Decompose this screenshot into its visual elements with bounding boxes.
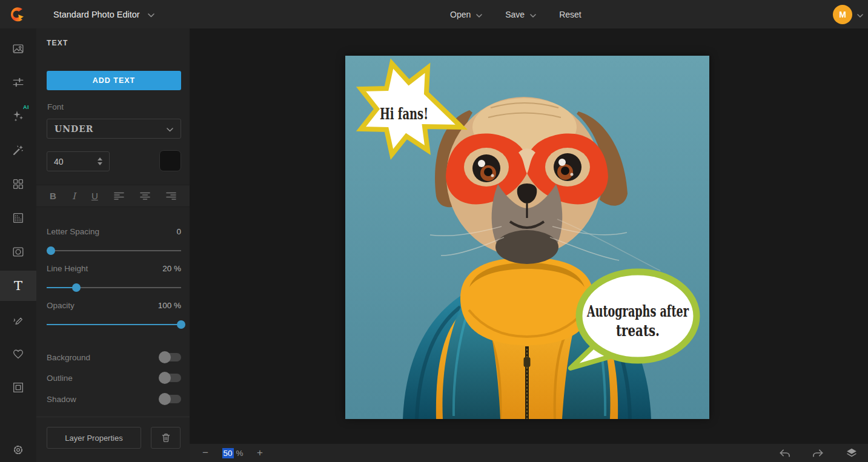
opacity-value: 100 % (158, 301, 181, 310)
bubble1-text: Hi fans! (380, 105, 428, 123)
save-menu[interactable]: Save (505, 10, 536, 19)
letter-spacing-slider[interactable] (47, 246, 181, 255)
reset-button[interactable]: Reset (559, 10, 581, 19)
sidebar-item-effects[interactable] (0, 137, 36, 163)
background-label: Background (47, 353, 90, 362)
shadow-toggle[interactable] (160, 395, 181, 403)
project-title-menu[interactable]: Standard Photo Editor (53, 0, 154, 28)
sidebar-item-settings[interactable] (0, 437, 36, 462)
align-center-icon (140, 192, 150, 200)
letter-spacing-row: Letter Spacing 0 (47, 227, 181, 236)
font-select[interactable]: UNDER (47, 119, 181, 139)
align-left-icon (114, 192, 124, 200)
zoom-out-button[interactable]: − (197, 444, 214, 461)
slider-thumb[interactable] (72, 283, 81, 292)
slider-thumb[interactable] (47, 246, 55, 255)
colorcinch-logo-icon (8, 5, 27, 24)
font-size-value: 40 (54, 157, 64, 167)
line-height-label: Line Height (47, 264, 88, 273)
trash-icon (161, 432, 171, 444)
align-right-button[interactable] (166, 192, 176, 200)
reset-label: Reset (559, 10, 581, 19)
editor-stage: Hi fans! Autographs after treats. − 50 %… (190, 28, 868, 462)
chevron-down-icon (148, 9, 154, 20)
heart-icon (12, 348, 25, 361)
letter-spacing-label: Letter Spacing (47, 227, 99, 236)
open-menu[interactable]: Open (450, 10, 482, 19)
sidebar-item-ai-effects[interactable]: AI (0, 102, 36, 129)
outline-row: Outline (47, 371, 181, 384)
layer-properties-button[interactable]: Layer Properties (47, 427, 141, 449)
draw-pen-icon (12, 314, 25, 327)
zoom-controls: − 50 % + (197, 444, 268, 462)
format-strip: B I U (36, 185, 190, 207)
letter-spacing-value: 0 (176, 227, 181, 236)
add-text-button[interactable]: ADD TEXT (47, 71, 181, 90)
sidebar-item-textures[interactable] (0, 205, 36, 231)
sidebar-item-focus[interactable] (0, 239, 36, 265)
gear-icon (12, 443, 25, 457)
text-color-swatch[interactable] (159, 150, 181, 171)
delete-layer-button[interactable] (151, 427, 181, 449)
adjustments-icon (12, 76, 25, 89)
ai-badge: AI (23, 104, 29, 110)
background-toggle[interactable] (160, 353, 181, 361)
font-value: UNDER (55, 124, 93, 134)
opacity-row: Opacity 100 % (47, 301, 181, 310)
chevron-down-icon (530, 10, 536, 19)
vignette-icon (12, 245, 25, 259)
background-row: Background (47, 351, 181, 364)
texture-icon (12, 211, 25, 225)
italic-button[interactable]: I (72, 191, 76, 202)
sidebar-item-overlays[interactable] (0, 171, 36, 197)
line-height-slider[interactable] (47, 283, 181, 292)
outline-toggle[interactable] (160, 374, 181, 382)
bubble2-line2: treats. (616, 322, 660, 340)
chevron-down-icon (476, 10, 482, 19)
font-size-stepper[interactable] (98, 157, 102, 165)
history-controls (778, 444, 858, 462)
top-bar: Standard Photo Editor Open Save Reset M (0, 0, 868, 28)
frame-icon (12, 381, 25, 394)
sparkles-icon (11, 108, 25, 123)
sidebar-item-frames[interactable] (0, 374, 36, 401)
shadow-label: Shadow (47, 395, 76, 404)
tool-rail: AI (0, 28, 36, 462)
panel-title: TEXT (47, 39, 68, 47)
sidebar-item-text[interactable]: T (0, 271, 36, 301)
open-label: Open (450, 10, 471, 19)
bold-button[interactable]: B (50, 191, 56, 201)
text-tool-icon: T (14, 279, 22, 293)
divider (36, 417, 190, 417)
zoom-in-button[interactable]: + (251, 444, 268, 461)
line-height-row: Line Height 20 % (47, 264, 181, 273)
line-height-value: 20 % (162, 264, 181, 273)
undo-button[interactable] (778, 447, 791, 458)
app-logo-icon[interactable] (8, 5, 27, 24)
text-panel: TEXT ADD TEXT Font UNDER 40 B I U (36, 28, 190, 462)
undo-icon (778, 447, 791, 458)
layers-button[interactable] (845, 447, 858, 459)
account-menu[interactable]: M (833, 0, 863, 28)
align-left-button[interactable] (114, 192, 124, 200)
align-center-button[interactable] (140, 192, 150, 200)
redo-button[interactable] (812, 447, 824, 458)
sidebar-item-image[interactable] (0, 36, 36, 62)
underline-button[interactable]: U (91, 191, 98, 201)
sidebar-item-favorites[interactable] (0, 341, 36, 368)
opacity-slider[interactable] (47, 320, 181, 329)
opacity-label: Opacity (47, 301, 75, 310)
redo-icon (812, 447, 824, 458)
align-right-icon (166, 192, 176, 200)
grid-icon (12, 177, 25, 191)
font-size-input[interactable]: 40 (47, 151, 110, 171)
slider-thumb[interactable] (177, 320, 185, 329)
chevron-down-icon (167, 124, 173, 134)
sidebar-item-draw[interactable] (0, 307, 36, 334)
sidebar-item-adjust[interactable] (0, 69, 36, 96)
avatar[interactable]: M (833, 5, 852, 24)
chevron-down-icon (857, 9, 863, 20)
zoom-level-input[interactable]: 50 % (214, 449, 251, 458)
canvas-image[interactable]: Hi fans! Autographs after treats. (345, 56, 709, 419)
zoom-value: 50 (222, 448, 234, 458)
